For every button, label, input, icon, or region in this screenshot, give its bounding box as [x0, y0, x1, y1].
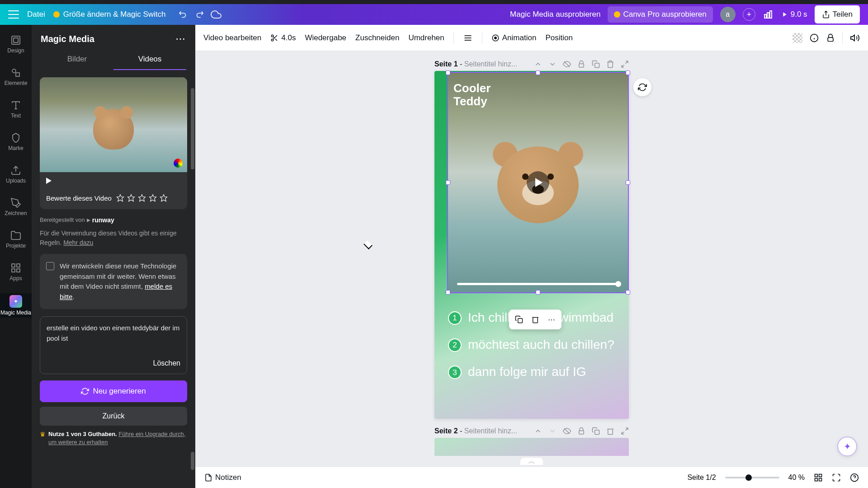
transparency-icon[interactable] — [793, 33, 802, 43]
panel-more-icon[interactable]: ⋯ — [175, 33, 186, 45]
duplicate-icon[interactable] — [592, 427, 600, 435]
video-element[interactable]: CoolerTeddy — [447, 72, 629, 293]
prompt-text[interactable]: erstelle ein video von einem teddybär de… — [47, 323, 180, 355]
page-title-input[interactable]: Seitentitel hinz... — [464, 60, 517, 68]
edit-video-button[interactable]: Video bearbeiten — [203, 33, 261, 42]
position-button[interactable]: Position — [545, 33, 572, 42]
rail-apps[interactable]: Apps — [0, 261, 32, 283]
chevron-up-icon[interactable] — [534, 427, 542, 435]
prompt-input[interactable]: erstelle ein video von einem teddybär de… — [40, 316, 187, 374]
resize-magic-switch[interactable]: Größe ändern & Magic Switch — [53, 10, 166, 19]
rail-draw[interactable]: Zeichnen — [0, 196, 32, 218]
copy-icon[interactable] — [512, 312, 526, 327]
rate-label: Bewerte dieses Video — [46, 194, 112, 202]
regenerate-button[interactable]: Neu generieren — [40, 380, 187, 402]
align-icon[interactable] — [463, 33, 473, 43]
list-item-2[interactable]: 2möchtest auch du chillen? — [448, 338, 615, 352]
feedback-box: Wir entwickeln diese neue Technologie ge… — [40, 254, 187, 309]
svg-rect-31 — [518, 319, 523, 323]
lock-icon[interactable] — [577, 60, 585, 68]
volume-icon[interactable] — [850, 33, 860, 43]
chevron-up-icon[interactable] — [534, 60, 542, 68]
info-icon[interactable] — [810, 33, 819, 42]
chevron-down-icon[interactable] — [548, 427, 557, 435]
redo-icon[interactable] — [194, 9, 204, 19]
rail-text[interactable]: Text — [0, 98, 32, 121]
try-canva-pro-button[interactable]: Canva Pro ausprobieren — [608, 6, 712, 23]
page-title-input[interactable]: Seitentitel hinz... — [464, 427, 517, 435]
scrollbar[interactable] — [191, 88, 194, 169]
play-duration-button[interactable]: 9.0 s — [781, 10, 807, 19]
svg-marker-11 — [117, 195, 123, 202]
page-1-canvas[interactable]: CoolerTeddy — [434, 71, 629, 419]
user-avatar[interactable]: a — [720, 7, 736, 22]
page-indicator: Seite 1/2 — [687, 474, 716, 482]
rail-brand[interactable]: Marke — [0, 131, 32, 153]
element-toolbar: Video bearbeiten 4.0s Wiedergabe Zuschne… — [195, 25, 868, 51]
svg-rect-10 — [12, 269, 15, 272]
chevron-down-icon[interactable] — [548, 60, 557, 68]
rating-stars[interactable] — [116, 194, 168, 202]
generated-video-card[interactable]: Bewerte dieses Video — [40, 77, 187, 209]
rail-projects[interactable]: Projekte — [0, 228, 32, 251]
video-thumbnail[interactable] — [40, 77, 187, 172]
insights-icon[interactable] — [763, 9, 774, 20]
zoom-level[interactable]: 40 % — [788, 474, 805, 482]
playback-button[interactable]: Wiedergabe — [305, 33, 346, 42]
invite-button[interactable]: + — [743, 8, 755, 21]
floating-toolbar: ⋯ — [509, 310, 561, 329]
crop-button[interactable]: Zuschneiden — [355, 33, 399, 42]
undo-icon[interactable] — [178, 9, 188, 19]
tab-images[interactable]: Bilder — [41, 49, 113, 70]
expand-icon[interactable] — [621, 60, 629, 68]
fullscreen-icon[interactable] — [832, 473, 841, 482]
play-icon[interactable] — [46, 178, 52, 184]
scrollbar[interactable] — [191, 452, 194, 470]
delete-icon[interactable] — [528, 312, 542, 327]
svg-rect-1 — [767, 13, 769, 18]
file-menu[interactable]: Datei — [27, 10, 45, 19]
expand-icon[interactable] — [621, 427, 629, 435]
page-2-canvas[interactable] — [434, 438, 629, 456]
clear-prompt-button[interactable]: Löschen — [47, 359, 180, 367]
grid-view-icon[interactable] — [814, 473, 823, 482]
eye-off-icon[interactable] — [563, 427, 571, 435]
trash-icon[interactable] — [606, 60, 614, 68]
try-magic-media[interactable]: Magic Media ausprobieren — [510, 10, 600, 19]
cooler-teddy-badge[interactable]: CoolerTeddy — [453, 82, 491, 108]
svg-rect-8 — [17, 264, 20, 267]
expand-timeline-tab[interactable]: ︿ — [520, 458, 543, 465]
crown-icon — [614, 11, 620, 18]
lock-icon[interactable] — [577, 427, 585, 435]
svg-rect-6 — [16, 73, 19, 76]
zoom-slider[interactable] — [725, 477, 779, 479]
rail-design[interactable]: Design — [0, 33, 32, 56]
svg-marker-14 — [149, 195, 156, 202]
usage-link[interactable]: Mehr dazu — [63, 239, 93, 246]
magic-media-icon: ✦ — [9, 295, 22, 308]
refresh-button[interactable] — [633, 78, 651, 96]
share-button[interactable]: Teilen — [815, 5, 860, 23]
animation-button[interactable]: Animation — [491, 33, 537, 42]
flip-button[interactable]: Umdrehen — [408, 33, 444, 42]
menu-hamburger[interactable] — [8, 10, 19, 19]
tab-videos[interactable]: Videos — [113, 49, 186, 70]
help-icon[interactable] — [850, 473, 859, 482]
rail-uploads[interactable]: Uploads — [0, 163, 32, 186]
color-wheel-icon — [174, 159, 183, 168]
more-icon[interactable]: ⋯ — [544, 312, 559, 327]
clip-duration[interactable]: 4.0s — [270, 33, 296, 42]
play-button[interactable] — [527, 171, 549, 194]
assistant-fab[interactable]: ✦ — [837, 436, 857, 456]
rail-magic-media[interactable]: ✦Magic Media — [0, 293, 32, 318]
cloud-sync-icon[interactable] — [211, 9, 222, 20]
notes-button[interactable]: Notizen — [204, 473, 241, 482]
video-timeline[interactable] — [457, 283, 619, 285]
lock-icon[interactable] — [826, 33, 835, 42]
list-item-3[interactable]: 3dann folge mir auf IG — [448, 365, 615, 379]
back-button[interactable]: Zurück — [40, 407, 187, 426]
rail-elements[interactable]: Elemente — [0, 66, 32, 88]
trash-icon[interactable] — [606, 427, 614, 435]
eye-off-icon[interactable] — [563, 60, 571, 68]
duplicate-icon[interactable] — [592, 60, 600, 68]
